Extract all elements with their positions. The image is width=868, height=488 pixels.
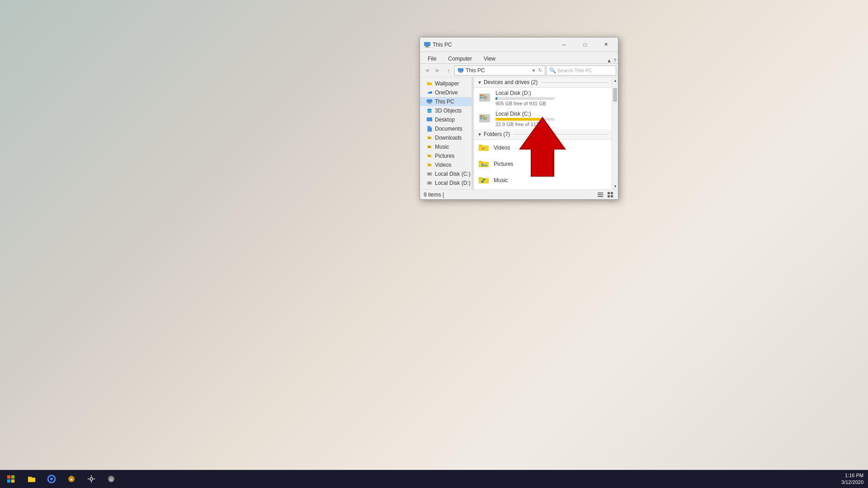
documents-icon [426,126,433,132]
status-items: 9 items | [424,192,444,198]
sidebar-item-3dobjects[interactable]: 3D 3D Objects [420,106,472,115]
svg-rect-44 [482,115,484,117]
search-box[interactable]: 🔍 Search This PC [546,66,616,75]
drive-c-icon [477,112,492,126]
devices-section-header[interactable]: ▼ Devices and drives (2) [474,77,612,88]
sidebar-item-documents[interactable]: Documents [420,124,472,133]
folder-music[interactable]: Music [474,172,612,188]
scroll-thumb[interactable] [613,88,617,102]
taskbar: ★ ◎ 1:16 PM 3/12/2020 [0,470,868,488]
devices-chevron: ▼ [477,80,482,85]
title-bar: This PC ─ □ ✕ [420,38,618,52]
sidebar-item-music[interactable]: Music [420,142,472,151]
drive-d-icon [477,91,492,105]
svg-point-8 [90,478,93,480]
tab-view[interactable]: View [478,54,501,63]
windows-icon [7,475,15,483]
desktop-sidebar-icon [426,117,433,123]
svg-rect-17 [427,99,432,103]
address-path[interactable]: This PC ▼ ↻ [454,66,545,75]
sidebar-item-localc[interactable]: Local Disk (C:) [420,169,472,178]
tab-computer[interactable]: Computer [442,54,478,63]
minimize-button[interactable]: ─ [554,38,575,52]
drive-d-size: 905 GB free of 931 GB [495,101,608,106]
scroll-down-btn[interactable]: ▼ [612,183,618,189]
help-button[interactable]: ? [613,58,616,63]
svg-rect-2 [7,479,10,483]
forward-button[interactable]: ▶ [433,66,443,75]
path-text: This PC [466,67,485,74]
sidebar-label-pictures: Pictures [435,153,454,159]
svg-rect-53 [608,192,610,194]
drive-d-bar-fill [495,97,497,100]
drive-c-item[interactable]: Local Disk (C:) 22.9 GB free of 111 GB [474,108,612,129]
svg-rect-18 [428,103,430,103]
sidebar-item-thispc[interactable]: This PC [420,97,472,106]
svg-rect-15 [459,71,462,72]
sidebar-item-pictures[interactable]: Pictures [420,151,472,160]
3dobjects-icon: 3D [426,108,433,114]
svg-rect-37 [482,94,484,96]
svg-rect-13 [425,47,429,47]
drive-c-size: 22.9 GB free of 111 GB [495,122,608,127]
title-bar-controls: ─ □ ✕ [554,38,616,52]
clock-time: 1:16 PM [841,472,863,479]
details-view-btn[interactable] [606,191,614,199]
path-dropdown-btn[interactable]: ▼ [531,68,536,73]
up-button[interactable]: ↑ [443,66,453,75]
explorer-title-icon [424,41,431,48]
taskbar-file-explorer[interactable] [22,470,42,488]
refresh-button[interactable]: ↻ [538,67,542,73]
sidebar-item-onedrive[interactable]: OneDrive [420,88,472,97]
back-button[interactable]: ◀ [422,66,432,75]
taskbar-chrome[interactable] [42,470,61,488]
scroll-track [612,84,618,183]
folders-section-title: Folders (7) [484,131,510,137]
scroll-up-btn[interactable]: ▲ [612,77,618,84]
music-sidebar-icon [426,144,433,150]
svg-rect-46 [482,117,484,119]
status-bar: 9 items | [420,189,618,199]
diskc-icon [426,171,433,177]
sidebar-label-wallpaper: Wallpaper [435,80,459,87]
list-view-btn[interactable] [596,191,604,199]
sidebar-item-downloads[interactable]: Downloads [420,133,472,142]
folder-pictures[interactable]: Pictures [474,156,612,172]
sidebar-item-locald[interactable]: Local Disk (D:) [420,178,472,188]
svg-text:★: ★ [70,477,73,482]
start-button[interactable] [0,470,22,488]
ribbon-collapse-btn[interactable]: ▲ [607,58,612,63]
ribbon-tabs: File Computer View ▲ ? [420,52,618,64]
taskbar-app2[interactable]: ◎ [101,470,121,488]
svg-rect-12 [426,46,429,47]
drive-c-info: Local Disk (C:) 22.9 GB free of 111 GB [495,111,608,127]
drive-c-bar-fill [495,118,542,121]
taskbar-app1[interactable]: ★ [61,470,81,488]
svg-rect-56 [611,195,613,197]
folder-videos[interactable]: Videos [474,140,612,156]
svg-rect-16 [459,72,463,73]
sidebar: Wallpaper OneDrive This PC 3D [420,77,472,189]
drive-d-item[interactable]: Local Disk (D:) 905 GB free of 931 GB [474,88,612,108]
section-line [541,82,608,83]
sidebar-label-downloads: Downloads [435,135,462,141]
tab-file[interactable]: File [422,54,442,63]
sidebar-item-videos[interactable]: Videos [420,160,472,169]
svg-rect-43 [480,115,482,117]
status-bar-right [596,191,614,199]
folders-section-header[interactable]: ▼ Folders (7) [474,129,612,140]
close-button[interactable]: ✕ [595,38,616,52]
svg-rect-39 [482,97,484,99]
sidebar-label-3dobjects: 3D Objects [435,108,462,114]
taskbar-clock: 1:16 PM 3/12/2020 [841,472,868,486]
svg-rect-0 [7,475,10,479]
search-icon: 🔍 [549,67,556,74]
sidebar-item-wallpaper[interactable]: Wallpaper [420,79,472,88]
taskbar-settings[interactable] [81,470,101,488]
folders-chevron: ▼ [477,132,482,137]
folder-music-icon [477,174,490,187]
address-bar: ◀ ▶ ↑ This PC ▼ ↻ 🔍 Search This PC [420,64,618,77]
maximize-button[interactable]: □ [575,38,595,52]
svg-rect-38 [480,97,482,99]
sidebar-item-desktop[interactable]: Desktop [420,115,472,124]
